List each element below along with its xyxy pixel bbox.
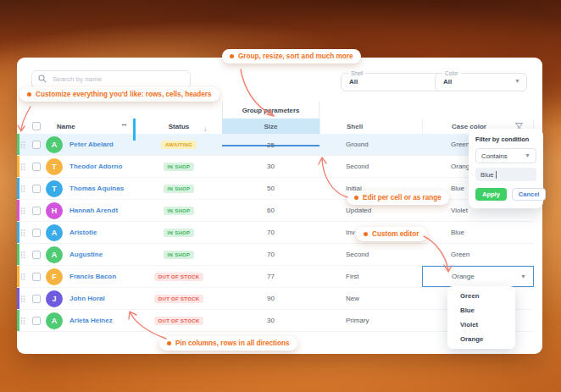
row-checkbox[interactable] [32, 163, 41, 171]
sort-desc-icon[interactable]: ↓ [203, 125, 207, 133]
cell-size[interactable]: 90 [222, 295, 319, 302]
cell-name[interactable]: Theodor Adorno [63, 163, 136, 170]
annotation-custom-editor: Custom editor [356, 227, 427, 241]
chevron-down-icon: ▼ [520, 273, 526, 279]
dropdown-option[interactable]: Blue [447, 303, 515, 317]
table-row[interactable]: F Francis Bacon OUT OF STOCK 77 First Or… [17, 266, 534, 288]
row-color-strip [17, 178, 19, 199]
cell-size[interactable]: 77 [222, 273, 319, 280]
cell-status: OUT OF STOCK [136, 317, 222, 325]
status-badge: OUT OF STOCK [154, 295, 204, 303]
cell-status: IN SHOP [136, 185, 222, 193]
bullet-icon [230, 54, 234, 58]
cell-name[interactable]: Arieta Heinez [63, 317, 136, 324]
column-header-size[interactable]: Size [222, 119, 319, 134]
table-row[interactable]: H Hannah Arendt IN SHOP 60 Updated Viole… [17, 200, 534, 222]
status-badge: AWAITING [161, 141, 197, 149]
row-checkbox[interactable] [32, 141, 41, 149]
row-checkbox[interactable] [32, 251, 41, 259]
row-checkbox[interactable] [32, 317, 41, 325]
annotation-group: Group, resize, sort and much more [222, 49, 361, 63]
cell-name[interactable]: Hannah Arendt [63, 207, 136, 214]
row-color-strip [17, 288, 19, 309]
column-resize-handle[interactable] [133, 119, 136, 141]
cell-shell[interactable]: Second [319, 163, 422, 170]
cell-status: IN SHOP [136, 163, 222, 171]
row-checkbox[interactable] [32, 273, 41, 281]
table-row[interactable]: T Thomas Aquinas IN SHOP 50 Initial Blue [17, 178, 534, 200]
cell-size[interactable]: 30 [222, 163, 319, 170]
cell-size[interactable]: 70 [222, 251, 319, 258]
dropdown-option[interactable]: Green [447, 289, 515, 303]
apply-button[interactable]: Apply [475, 188, 507, 201]
status-badge: IN SHOP [164, 185, 195, 193]
cell-status: OUT OF STOCK [136, 273, 222, 281]
row-checkbox[interactable] [32, 207, 41, 215]
cell-shell[interactable]: Updated [319, 207, 422, 214]
cell-name[interactable]: Aristotle [63, 229, 136, 236]
color-filter-select[interactable]: Color All ▼ [435, 73, 527, 91]
select-all-checkbox[interactable] [32, 122, 41, 130]
column-header-status[interactable]: Status ↓ [136, 123, 222, 130]
cell-size[interactable]: 30 [222, 317, 319, 324]
cell-name[interactable]: Francis Bacon [63, 273, 136, 280]
cell-case-color[interactable]: Green [422, 244, 534, 265]
filter-condition-select[interactable]: Contains ▼ [475, 148, 536, 163]
row-color-strip [17, 156, 19, 177]
annotation-edit: Edit per cell or as range [347, 190, 449, 205]
bullet-icon [364, 232, 368, 236]
row-color-strip [17, 222, 19, 243]
row-checkbox[interactable] [32, 229, 41, 237]
cell-shell[interactable]: First [319, 273, 422, 280]
cell-size[interactable]: 60 [222, 207, 319, 214]
dropdown-option[interactable]: Violet [447, 317, 515, 332]
cancel-button[interactable]: Cancel [512, 188, 547, 201]
avatar: A [46, 136, 63, 153]
search-box[interactable] [31, 69, 191, 88]
cell-name[interactable]: Peter Abelard [63, 141, 136, 148]
cell-size[interactable]: 50 [222, 185, 319, 192]
row-checkbox[interactable] [32, 185, 41, 193]
cell-size[interactable]: 70 [222, 229, 319, 236]
column-header-shell[interactable]: Shell [319, 119, 422, 134]
status-badge: IN SHOP [164, 251, 195, 259]
cell-status: IN SHOP [136, 207, 222, 215]
table-row[interactable]: A Peter Abelard AWAITING 25 Ground Green [17, 134, 534, 156]
filter-popup: Filter by condition Contains ▼ Blue Appl… [469, 129, 543, 208]
cell-name[interactable]: Augustine [63, 251, 136, 258]
status-badge: IN SHOP [164, 229, 195, 237]
chevron-down-icon: ▼ [514, 78, 520, 84]
table-row[interactable]: A Aristotle IN SHOP 70 Inv Blue [17, 222, 534, 244]
cell-case-color[interactable]: Orange▼ [422, 266, 534, 287]
cell-shell[interactable]: Primary [319, 317, 422, 324]
cell-shell[interactable]: Second [319, 251, 422, 258]
status-badge: IN SHOP [164, 207, 195, 215]
avatar: F [46, 268, 63, 285]
cell-case-color[interactable]: Blue [422, 222, 534, 243]
row-color-strip [17, 244, 19, 265]
search-input[interactable] [31, 70, 191, 89]
avatar: A [46, 246, 63, 263]
cell-name[interactable]: John Horal [63, 295, 136, 302]
table-row[interactable]: A Augustine IN SHOP 70 Second Green [17, 244, 534, 266]
cell-shell[interactable]: New [319, 295, 422, 302]
table-row[interactable]: T Theodor Adorno IN SHOP 30 Second Orang… [17, 156, 534, 178]
case-color-dropdown-menu: GreenBlueVioletOrange [447, 286, 515, 349]
row-checkbox[interactable] [32, 295, 41, 303]
cell-status: IN SHOP [136, 229, 222, 237]
selected-size-cell[interactable]: 25 [222, 145, 319, 146]
resize-cursor-icon: ↔ [120, 119, 128, 128]
cell-shell[interactable]: Ground [319, 141, 422, 148]
filter-value-input[interactable]: Blue [475, 168, 536, 181]
annotation-customize: Customize everything you'd like: rows, c… [19, 87, 219, 102]
shell-filter-select[interactable]: Shell All ▼ [341, 73, 449, 91]
status-badge: OUT OF STOCK [154, 273, 204, 281]
dropdown-option[interactable]: Orange [447, 332, 515, 346]
case-color-editor[interactable]: Orange▼ [422, 266, 534, 287]
row-color-strip [17, 310, 19, 331]
cell-status: IN SHOP [136, 251, 222, 259]
bullet-icon [27, 92, 31, 97]
group-header-cell: Group parameters [222, 102, 319, 119]
row-color-strip [17, 266, 19, 287]
cell-name[interactable]: Thomas Aquinas [63, 185, 136, 192]
